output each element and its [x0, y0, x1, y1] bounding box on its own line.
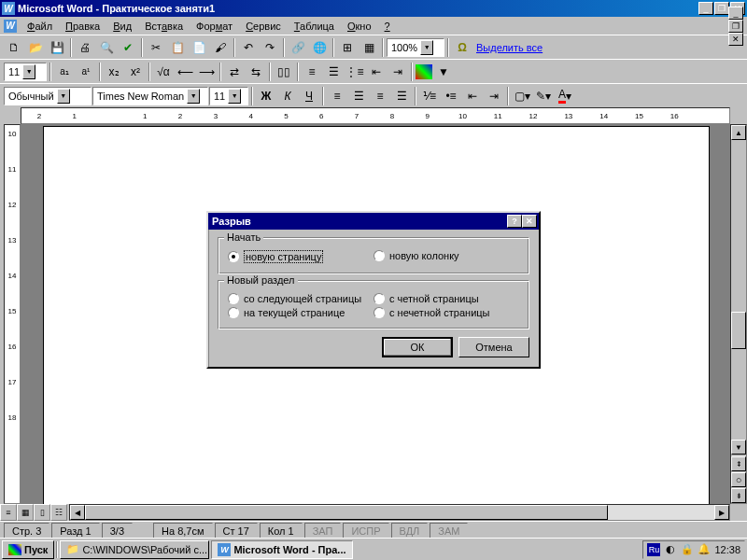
- scroll-left-icon[interactable]: ◀: [70, 505, 85, 520]
- outdent-icon[interactable]: ⇤: [462, 86, 483, 106]
- menu-edit[interactable]: Правка: [60, 20, 106, 33]
- doc-close-button[interactable]: ✕: [728, 33, 743, 46]
- menu-insert[interactable]: Вставка: [139, 20, 189, 33]
- copy-icon[interactable]: 📋: [167, 37, 188, 58]
- hyperlink-icon[interactable]: 🔗: [288, 37, 308, 58]
- align-center-icon[interactable]: ☰: [348, 86, 369, 106]
- horizontal-scrollbar[interactable]: ◀ ▶: [69, 504, 730, 521]
- omega-icon[interactable]: Ω: [452, 37, 472, 58]
- columns-icon[interactable]: ▯▯: [274, 62, 294, 82]
- tray-icon-3[interactable]: 🔔: [698, 543, 711, 556]
- status-rec[interactable]: ЗАП: [304, 523, 342, 539]
- doc-minimize-button[interactable]: _: [728, 7, 743, 20]
- menu-window[interactable]: Окно: [342, 20, 377, 33]
- bold-icon[interactable]: Ж: [256, 86, 276, 106]
- lang-indicator[interactable]: Ru: [647, 543, 660, 556]
- menu-help[interactable]: ?: [379, 20, 396, 33]
- size-combo[interactable]: 11▼: [209, 87, 248, 105]
- radio-even-page[interactable]: с четной страницы: [374, 293, 519, 304]
- taskbar-explorer[interactable]: 📁 C:\WINDOWS\Рабочий с...: [60, 540, 209, 559]
- outline-view-icon[interactable]: ☷: [50, 504, 67, 521]
- italic-icon[interactable]: К: [277, 86, 298, 106]
- tray-icon-2[interactable]: 🔒: [681, 543, 694, 556]
- sup-a-icon[interactable]: a¹: [76, 62, 96, 82]
- scroll-thumb[interactable]: [731, 312, 746, 349]
- justify-icon[interactable]: ☰: [391, 86, 412, 106]
- select-all-link[interactable]: Выделить все: [476, 42, 543, 53]
- radio-current-page[interactable]: на текущей странице: [228, 307, 374, 318]
- text-dir1-icon[interactable]: ⇄: [224, 62, 245, 82]
- cancel-button[interactable]: Отмена: [458, 337, 529, 357]
- insert-table-icon[interactable]: ▦: [359, 37, 379, 58]
- dialog-help-button[interactable]: ?: [507, 215, 522, 228]
- spell-icon[interactable]: ✔: [118, 37, 138, 58]
- web-toolbar-icon[interactable]: 🌐: [309, 37, 330, 58]
- arrow-left-icon[interactable]: ⟵: [175, 62, 195, 82]
- taskbar-word[interactable]: W Microsoft Word - Пра...: [211, 540, 352, 559]
- browse-object-icon[interactable]: ○: [731, 472, 746, 487]
- arrow-right-icon[interactable]: ⟶: [196, 62, 217, 82]
- palette-icon[interactable]: ▼: [433, 62, 454, 82]
- minimize-button[interactable]: _: [698, 2, 713, 15]
- underline-icon[interactable]: Ч: [299, 86, 319, 106]
- tray-icon-1[interactable]: ◐: [664, 543, 677, 556]
- scroll-right-icon[interactable]: ▶: [714, 505, 729, 520]
- scroll-down-icon[interactable]: ▼: [731, 440, 746, 455]
- list-icon[interactable]: ☰: [323, 62, 344, 82]
- borders-icon[interactable]: ▢▾: [512, 86, 532, 106]
- radio-odd-page[interactable]: с нечетной страницы: [374, 307, 519, 318]
- clock[interactable]: 12:38: [714, 544, 740, 555]
- sqrt-icon[interactable]: √α: [153, 62, 174, 82]
- grid-icon[interactable]: [416, 64, 432, 79]
- align-left-icon[interactable]: ≡: [327, 86, 347, 106]
- indent-icon[interactable]: ⇥: [484, 86, 504, 106]
- prev-page-icon[interactable]: ⇞: [731, 456, 746, 471]
- cut-icon[interactable]: ✂: [146, 37, 166, 58]
- open-icon[interactable]: 📂: [25, 37, 46, 58]
- status-ext[interactable]: ВДЛ: [391, 523, 429, 539]
- start-button[interactable]: Пуск: [2, 540, 54, 559]
- save-icon[interactable]: 💾: [47, 37, 67, 58]
- vertical-ruler[interactable]: 10111213141516171820: [4, 124, 21, 504]
- sub-a-icon[interactable]: a₁: [54, 62, 75, 82]
- menu-format[interactable]: Формат: [190, 20, 238, 33]
- paste-icon[interactable]: 📄: [189, 37, 209, 58]
- radio-next-page[interactable]: со следующей страницы: [228, 293, 374, 304]
- style-combo[interactable]: Обычный▼: [4, 87, 92, 105]
- status-ovr[interactable]: ЗАМ: [430, 523, 468, 539]
- undo-icon[interactable]: ↶: [238, 37, 259, 58]
- radio-new-column[interactable]: новую колонку: [374, 250, 519, 261]
- hscroll-thumb[interactable]: [85, 505, 608, 520]
- menu-view[interactable]: Вид: [107, 20, 137, 33]
- zoom-combo[interactable]: 100%▼: [387, 38, 444, 57]
- dialog-titlebar[interactable]: Разрыв ? ✕: [208, 213, 539, 230]
- outdent2-icon[interactable]: ⇤: [366, 62, 387, 82]
- equals-icon[interactable]: ≡: [302, 62, 322, 82]
- next-page-icon[interactable]: ⇟: [731, 488, 746, 503]
- font-color-icon[interactable]: A▾: [555, 86, 575, 106]
- numbered-list-icon[interactable]: ⅟≡: [419, 86, 440, 106]
- doc-restore-button[interactable]: ❐: [728, 20, 743, 33]
- restore-button[interactable]: ❐: [714, 2, 729, 15]
- menu-table[interactable]: Таблица: [289, 20, 340, 33]
- format-painter-icon[interactable]: 🖌: [210, 37, 231, 58]
- align-right-icon[interactable]: ≡: [370, 86, 390, 106]
- horizontal-ruler[interactable]: 211234567891011121314151618: [21, 107, 730, 124]
- print-icon[interactable]: 🖨: [75, 37, 95, 58]
- scroll-up-icon[interactable]: ▲: [731, 125, 746, 140]
- ok-button[interactable]: ОК: [382, 337, 453, 357]
- normal-view-icon[interactable]: ≡: [0, 504, 17, 521]
- fontsize2-combo[interactable]: 11▼: [4, 63, 47, 81]
- vertical-scrollbar[interactable]: ▲ ▼ ⇞ ○ ⇟: [730, 124, 747, 504]
- superscript-icon[interactable]: x²: [125, 62, 146, 82]
- menu-service[interactable]: Сервис: [240, 20, 287, 33]
- dialog-close-button[interactable]: ✕: [522, 215, 537, 228]
- highlight-icon[interactable]: ✎▾: [533, 86, 554, 106]
- radio-new-page[interactable]: новую страницу: [228, 250, 374, 263]
- bullets-icon[interactable]: ⋮≡: [345, 62, 365, 82]
- new-icon[interactable]: 🗋: [4, 37, 24, 58]
- font-combo[interactable]: Times New Roman▼: [92, 87, 208, 105]
- online-view-icon[interactable]: ▦: [17, 504, 34, 521]
- page-view-icon[interactable]: ▯: [34, 504, 50, 521]
- subscript-icon[interactable]: x₂: [104, 62, 124, 82]
